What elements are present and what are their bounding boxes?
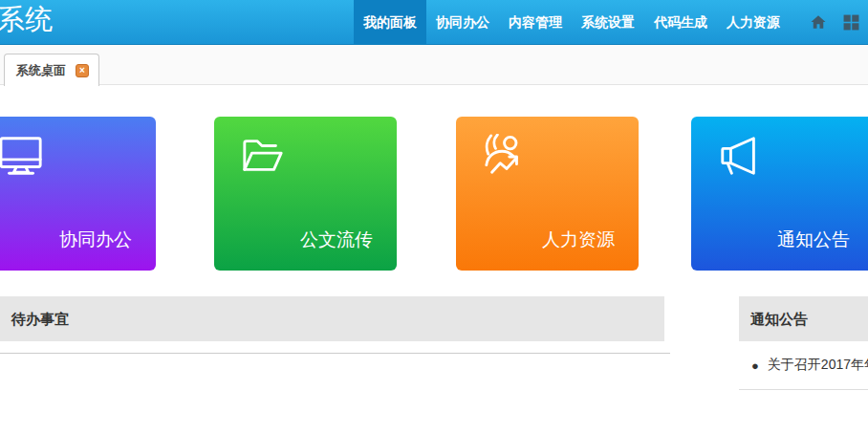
notice-item-text: 关于召开2017年年 bbox=[768, 357, 868, 374]
tile-hr[interactable]: 人力资源 bbox=[456, 117, 639, 271]
nav-item-collab-office[interactable]: 协同办公 bbox=[426, 0, 499, 44]
notice-list: ● 关于召开2017年年 bbox=[739, 341, 868, 390]
tile-label: 人力资源 bbox=[542, 228, 615, 252]
tile-label: 协同办公 bbox=[59, 228, 132, 252]
close-icon[interactable]: × bbox=[76, 64, 89, 77]
bullet-icon: ● bbox=[751, 358, 759, 373]
nav-item-system-settings[interactable]: 系统设置 bbox=[572, 0, 644, 44]
nav-item-content-mgmt[interactable]: 内容管理 bbox=[499, 0, 572, 44]
tab-bar: 系统桌面 × bbox=[0, 45, 868, 85]
tab-label: 系统桌面 bbox=[16, 62, 66, 79]
todo-panel-header: 待办事宜 bbox=[0, 296, 664, 341]
megaphone-icon bbox=[718, 134, 762, 178]
notice-panel: 通知公告 ● 关于召开2017年年 bbox=[739, 296, 868, 390]
nav-item-code-gen[interactable]: 代码生成 bbox=[644, 0, 717, 44]
home-icon[interactable] bbox=[810, 13, 827, 31]
todo-panel-divider bbox=[0, 353, 670, 354]
list-item[interactable]: ● 关于召开2017年年 bbox=[751, 357, 868, 374]
folder-open-icon bbox=[241, 134, 285, 178]
person-running-icon bbox=[483, 134, 527, 178]
main-nav: 我的面板 协同办公 内容管理 系统设置 代码生成 人力资源 bbox=[354, 0, 790, 44]
tile-notices[interactable]: 通知公告 bbox=[691, 117, 868, 271]
tile-collab-office[interactable]: 协同办公 bbox=[0, 117, 156, 271]
tile-document-flow[interactable]: 公文流传 bbox=[214, 117, 397, 271]
tile-label: 公文流传 bbox=[300, 228, 373, 252]
tab-system-desktop[interactable]: 系统桌面 × bbox=[4, 54, 99, 86]
notice-panel-header: 通知公告 bbox=[739, 296, 868, 341]
tile-label: 通知公告 bbox=[777, 228, 850, 252]
monitor-icon bbox=[0, 134, 44, 178]
nav-item-hr[interactable]: 人力资源 bbox=[717, 0, 790, 44]
app-title: 系统 bbox=[0, 1, 53, 39]
header-icons bbox=[810, 0, 860, 44]
nav-item-my-dashboard[interactable]: 我的面板 bbox=[354, 0, 426, 44]
grid-icon[interactable] bbox=[842, 13, 860, 32]
app-header: 系统 我的面板 协同办公 内容管理 系统设置 代码生成 人力资源 bbox=[0, 0, 868, 45]
